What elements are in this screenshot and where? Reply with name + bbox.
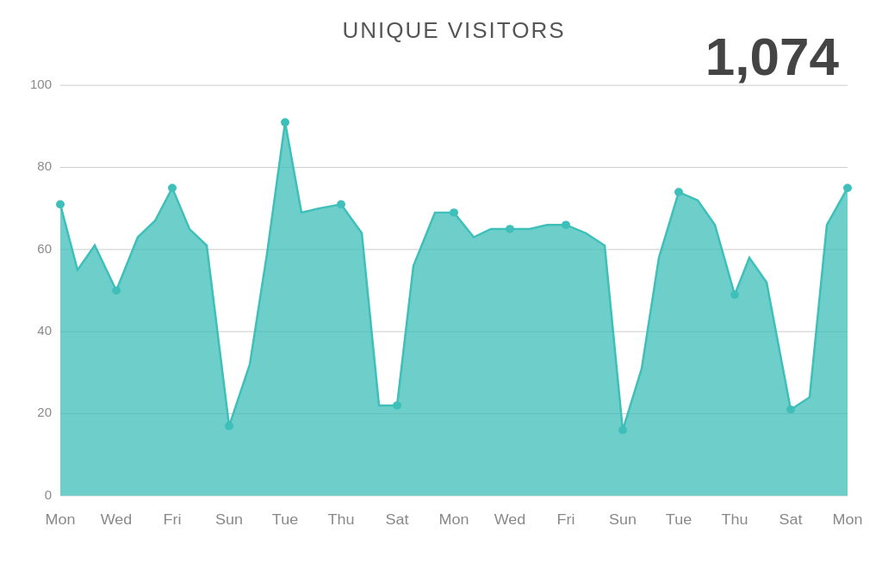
data-point <box>450 208 458 217</box>
data-point <box>730 291 739 300</box>
x-label-thu2: Thu <box>721 511 748 529</box>
svg-text:40: 40 <box>37 324 52 337</box>
x-label-tue2: Tue <box>666 511 692 529</box>
x-label-tue1: Tue <box>272 511 298 529</box>
data-point <box>618 426 627 435</box>
data-point <box>393 401 401 410</box>
x-label-mon1: Mon <box>45 511 75 529</box>
x-label-mon2: Mon <box>438 511 469 529</box>
svg-text:60: 60 <box>37 242 52 256</box>
x-label-wed1: Wed <box>101 511 133 529</box>
x-label-fri1: Fri <box>164 511 182 529</box>
x-label-thu1: Thu <box>327 511 354 529</box>
data-point <box>281 118 289 127</box>
x-label-sat2: Sat <box>779 511 802 529</box>
data-point <box>56 201 65 209</box>
chart-area-fill <box>60 122 848 496</box>
data-point <box>506 225 514 233</box>
data-point <box>337 201 345 209</box>
data-point <box>562 220 570 229</box>
data-point <box>168 184 177 193</box>
x-label-wed2: Wed <box>494 511 526 529</box>
x-label-sun1: Sun <box>215 511 243 529</box>
data-point <box>225 422 233 430</box>
data-point <box>112 287 121 295</box>
svg-text:20: 20 <box>37 406 52 420</box>
svg-text:100: 100 <box>30 77 52 91</box>
x-label-mon3: Mon <box>832 511 862 529</box>
data-point <box>843 184 852 193</box>
data-point <box>674 188 683 196</box>
svg-text:80: 80 <box>37 160 52 174</box>
x-label-fri2: Fri <box>557 511 575 529</box>
chart-container: UNIQUE VISITORS 1,074 0 20 40 60 80 100 <box>0 0 882 588</box>
x-label-sun2: Sun <box>609 511 637 529</box>
svg-text:0: 0 <box>45 488 52 502</box>
x-label-sat1: Sat <box>385 511 408 529</box>
data-point <box>786 405 795 414</box>
chart-area: 0 20 40 60 80 100 <box>60 53 848 529</box>
chart-svg: 0 20 40 60 80 100 <box>60 53 848 529</box>
